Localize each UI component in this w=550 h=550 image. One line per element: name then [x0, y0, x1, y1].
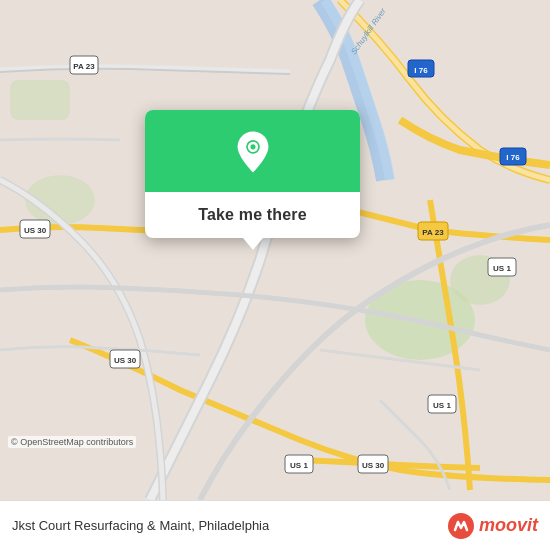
popup-card: Take me there	[145, 110, 360, 238]
moovit-brand-icon	[447, 512, 475, 540]
map-container[interactable]: PA 23 I 76 I 76 US 30 PA 23 US 1 US 30 U…	[0, 0, 550, 500]
svg-text:US 1: US 1	[433, 401, 451, 410]
svg-text:US 1: US 1	[290, 461, 308, 470]
svg-point-28	[250, 144, 255, 149]
bottom-bar: Jkst Court Resurfacing & Maint, Philadel…	[0, 500, 550, 550]
svg-text:US 30: US 30	[362, 461, 385, 470]
svg-text:US 30: US 30	[24, 226, 47, 235]
location-pin-icon	[229, 128, 277, 176]
take-me-there-button[interactable]: Take me there	[198, 206, 307, 224]
svg-text:I 76: I 76	[506, 153, 520, 162]
copyright-text: © OpenStreetMap contributors	[8, 436, 136, 448]
moovit-brand-text: moovit	[479, 515, 538, 536]
svg-text:US 30: US 30	[114, 356, 137, 365]
popup-green-area	[145, 110, 360, 192]
svg-text:PA 23: PA 23	[73, 62, 95, 71]
map-background: PA 23 I 76 I 76 US 30 PA 23 US 1 US 30 U…	[0, 0, 550, 500]
moovit-logo: moovit	[447, 512, 538, 540]
svg-text:US 1: US 1	[493, 264, 511, 273]
svg-rect-3	[10, 80, 70, 120]
svg-text:PA 23: PA 23	[422, 228, 444, 237]
svg-text:I 76: I 76	[414, 66, 428, 75]
location-label: Jkst Court Resurfacing & Maint, Philadel…	[12, 518, 269, 533]
